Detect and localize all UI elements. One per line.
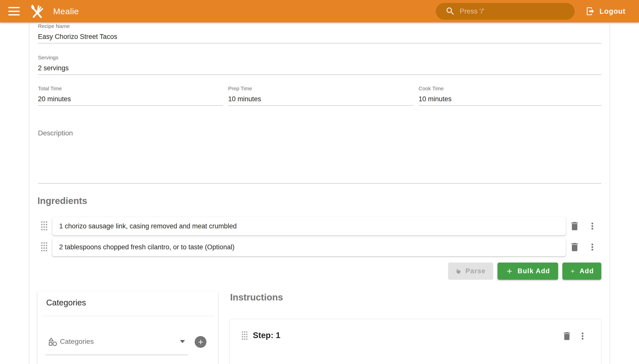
categories-select[interactable]: Categories [46,333,188,355]
categories-select-label: Categories [60,338,94,346]
description-label: Description [38,129,601,137]
categories-title: Categories [46,298,218,308]
bulk-add-label: Bulk Add [517,267,550,275]
total-time-input[interactable] [38,94,223,104]
logout-label: Logout [599,7,625,16]
menu-button[interactable] [8,7,20,16]
bulk-add-button[interactable]: Bulk Add [498,262,558,280]
drag-handle-icon[interactable] [41,221,48,231]
times-row: Total Time Prep Time Cook Time [38,86,601,106]
ingredient-menu-button[interactable] [588,220,597,233]
search-input[interactable] [460,7,555,15]
add-label: Add [580,267,594,275]
field-underline [46,355,188,355]
apple-icon [456,267,461,275]
prep-time-label: Prep Time [228,86,413,91]
silverware-logo-icon [29,3,45,19]
logout-button[interactable]: Logout [583,2,628,20]
delete-ingredient-button[interactable] [569,220,580,232]
cook-time-label: Cook Time [418,86,601,91]
description-field: Description [38,129,601,184]
trash-icon [562,331,572,341]
step-menu-button[interactable] [578,329,587,343]
plus-icon [197,338,204,346]
recipe-name-label: Recipe Name [38,24,601,29]
recipe-name-field: Recipe Name [38,24,601,44]
step-card: Step: 1 Combine crumbled chorizo and chi… [229,319,601,364]
prep-time-input[interactable] [228,94,413,104]
plus-icon [570,267,576,275]
ingredient-menu-button[interactable] [588,240,597,254]
description-textarea[interactable] [38,137,601,182]
kebab-icon [588,241,597,253]
ingredient-input[interactable] [52,238,566,256]
kebab-icon [588,220,597,232]
step-title: Step: 1 [253,330,280,340]
delete-step-button[interactable] [561,330,573,342]
servings-input[interactable] [38,63,601,73]
app-title: Mealie [53,6,79,16]
recipe-editor-card: Recipe Name Servings Total Time Prep Tim… [30,22,609,364]
search-icon [445,6,455,16]
logout-icon [586,6,595,16]
total-time-field: Total Time [38,86,223,106]
plus-icon [505,267,513,275]
drag-handle-icon[interactable] [41,242,48,252]
trash-icon [569,242,580,252]
prep-time-field: Prep Time [228,86,413,106]
trash-icon [569,221,580,232]
hamburger-icon [8,7,20,8]
app-bar: Mealie Logout [0,0,639,22]
field-underline [38,74,601,75]
field-underline [38,106,223,106]
servings-label: Servings [38,55,601,60]
add-category-button[interactable] [195,336,206,348]
recipe-name-input[interactable] [38,32,601,42]
total-time-label: Total Time [38,86,223,91]
caret-down-icon [180,340,185,343]
cook-time-input[interactable] [418,94,601,104]
ingredient-row [30,238,609,256]
ingredient-actions: Parse Bulk Add Add [38,262,601,280]
step-header: Step: 1 [230,329,601,343]
divider [42,316,214,316]
step-drag-handle-icon[interactable] [241,331,248,341]
servings-field: Servings [38,55,601,75]
shapes-icon [48,336,58,346]
field-underline [418,106,601,106]
parse-button[interactable]: Parse [448,262,493,280]
field-underline [38,43,601,44]
ingredients-heading: Ingredients [38,196,87,206]
search-field[interactable] [436,3,575,20]
parse-label: Parse [465,267,486,275]
add-ingredient-button[interactable]: Add [562,262,601,280]
kebab-icon [578,330,587,342]
categories-card: Categories Categories [38,291,218,364]
ingredient-row [30,217,609,235]
field-underline [38,183,601,184]
delete-ingredient-button[interactable] [569,241,580,253]
cook-time-field: Cook Time [418,86,601,106]
ingredient-input[interactable] [52,217,566,235]
field-underline [228,106,413,106]
instructions-heading: Instructions [230,292,283,303]
